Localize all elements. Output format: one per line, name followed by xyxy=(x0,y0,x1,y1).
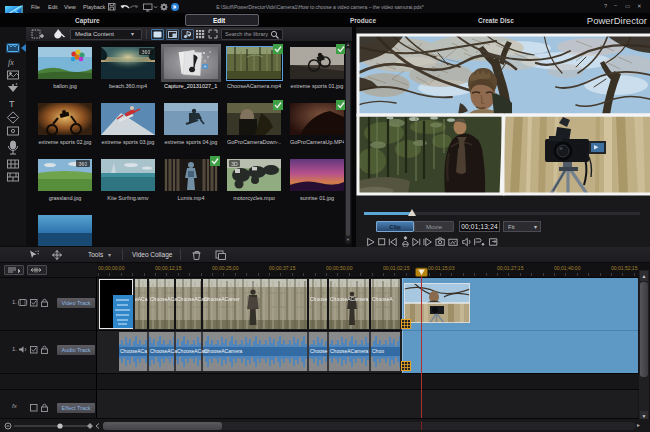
svg-text:Choose: Choose xyxy=(310,348,327,354)
svg-text:360: 360 xyxy=(79,161,88,167)
svg-text:Choo: Choo xyxy=(372,348,384,354)
svg-text:ChooseACamera: ChooseACamera xyxy=(330,296,369,302)
svg-text:ChooseACa: ChooseACa xyxy=(150,296,177,302)
svg-text:ChooseACamera: ChooseACamera xyxy=(204,348,243,354)
svg-text:+: + xyxy=(204,64,207,69)
svg-text:Choose: Choose xyxy=(310,296,327,302)
svg-text:ChooseACamera: ChooseACamera xyxy=(330,348,369,354)
svg-text:3D: 3D xyxy=(231,161,238,167)
svg-text:360: 360 xyxy=(142,49,151,55)
svg-text:T: T xyxy=(9,99,15,109)
svg-text:eACa: eACa xyxy=(135,296,148,302)
svg-text:ChooseACa: ChooseACa xyxy=(150,348,177,354)
svg-text:fx: fx xyxy=(8,58,14,67)
svg-text:ChooseACa: ChooseACa xyxy=(120,348,147,354)
svg-text:ChooseACamer: ChooseACamer xyxy=(204,296,240,302)
svg-text:ChooseA: ChooseA xyxy=(372,296,393,302)
